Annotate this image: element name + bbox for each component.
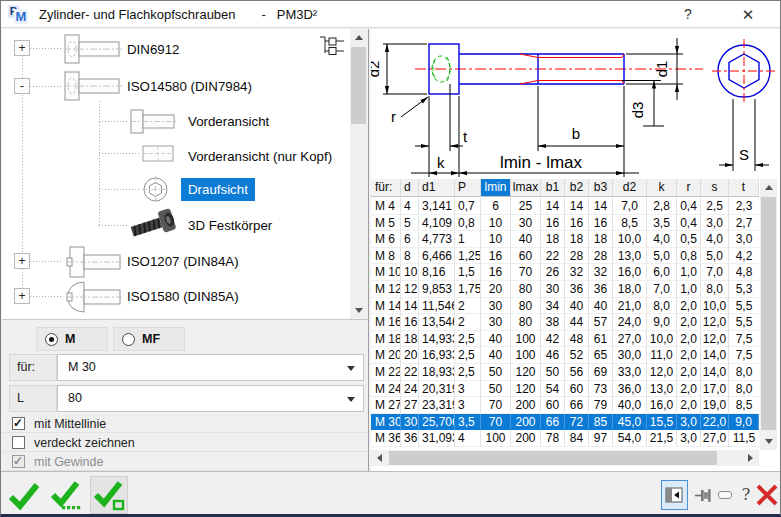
svg-text:S: S <box>739 146 749 163</box>
table-row[interactable]: M 554,1090,810301616168,53,50,43,02,7 <box>371 215 759 232</box>
table-row[interactable]: M 222218,9332,55012050566933,012,02,014,… <box>371 364 759 381</box>
column-header[interactable]: für: <box>371 179 401 196</box>
window-title: Zylinder- und Flachkopfschrauben <box>39 7 236 22</box>
table-vertical-scrollbar[interactable] <box>760 179 777 450</box>
tree-item-vorderansicht-kopf[interactable]: Vorderansicht (nur Kopf) <box>188 149 332 164</box>
table-row[interactable]: M 272723,31937020060667940,016,02,019,08… <box>371 397 759 414</box>
pin-icon <box>694 487 714 504</box>
collapse-icon <box>718 491 732 499</box>
window-title-product: - PM3D² <box>262 7 318 22</box>
checkbox-icon <box>12 455 25 468</box>
socket-screw-icon <box>64 33 122 65</box>
tree-scrollbar[interactable] <box>350 29 367 319</box>
table-row[interactable]: M 10108,161,5167026323216,06,01,07,04,8 <box>371 264 759 281</box>
cancel-button[interactable] <box>753 481 781 509</box>
check-square-icon <box>92 478 126 512</box>
tree-item-iso14580[interactable]: ISO14580 (DIN7984) <box>127 79 252 94</box>
table-horizontal-scrollbar[interactable] <box>371 450 759 466</box>
collapse-button[interactable] <box>717 489 733 501</box>
table-vscrollbar-thumb[interactable] <box>761 197 776 430</box>
table-row[interactable]: M 202016,9332,54010046526530,011,02,014,… <box>371 347 759 364</box>
right-panel: d2 r t b k lmin - lmax d1 <box>371 29 780 471</box>
radio-metric-fine-circle[interactable] <box>122 333 135 346</box>
expand-box[interactable]: + <box>14 253 30 269</box>
table-row[interactable]: M 181814,9332,54010042486127,010,02,012,… <box>371 331 759 348</box>
panel-toggle-button[interactable] <box>661 480 688 510</box>
column-header[interactable]: d2 <box>613 179 647 196</box>
expand-box[interactable]: + <box>14 288 30 304</box>
table-hscrollbar-thumb[interactable] <box>389 451 717 465</box>
column-header[interactable]: d <box>401 179 419 196</box>
column-header[interactable]: t <box>729 179 759 196</box>
tree-item-vorderansicht[interactable]: Vorderansicht <box>188 114 269 129</box>
table-body: M 443,1410,76251414147,02,80,42,52,3M 55… <box>371 198 759 448</box>
screw-head-only-icon <box>142 145 174 162</box>
scroll-left-icon[interactable] <box>371 450 388 466</box>
table-row[interactable]: M 303025,7063,57020066728545,015,53,022,… <box>371 414 759 431</box>
app-logo-icon: PM <box>8 5 30 24</box>
scroll-up-icon[interactable] <box>350 29 367 46</box>
column-header[interactable]: b2 <box>565 179 589 196</box>
svg-text:lmin - lmax: lmin - lmax <box>500 153 583 172</box>
column-header[interactable]: b1 <box>541 179 565 196</box>
table-row[interactable]: M 886,4661,25166022282813,05,00,85,04,2 <box>371 248 759 265</box>
help-titlebar-button[interactable]: ? <box>674 4 702 25</box>
collapse-box[interactable]: - <box>14 78 30 94</box>
tree-structure-icon[interactable] <box>319 33 345 59</box>
technical-drawing: d2 r t b k lmin - lmax d1 <box>371 29 779 178</box>
column-header[interactable]: r <box>677 179 701 196</box>
parameter-form: M MF für: M 30 L 80 mit Mittellinie <box>2 319 368 471</box>
tree-item-din6912[interactable]: DIN6912 <box>127 42 179 57</box>
scroll-down-icon[interactable] <box>760 433 777 450</box>
table-row[interactable]: M 242420,31935012054607336,013,02,017,08… <box>371 381 759 398</box>
column-header[interactable]: k <box>647 179 677 196</box>
checkbox-gewinde: mit Gewinde <box>2 453 368 471</box>
screw-3d-icon <box>128 208 184 240</box>
checkbox-verdeckt[interactable]: verdeckt zeichnen <box>2 434 368 452</box>
pin-button[interactable] <box>693 485 715 505</box>
tree-scrollbar-thumb[interactable] <box>351 47 366 124</box>
checkbox-mittellinie[interactable]: mit Mittellinie <box>2 415 368 433</box>
chevron-down-icon[interactable] <box>347 366 355 371</box>
table-row[interactable]: M 141411,5462308034404021,08,02,010,05,5 <box>371 298 759 315</box>
tree-item-iso1580[interactable]: ISO1580 (DIN85A) <box>127 289 239 304</box>
table-row[interactable]: M 443,1410,76251414147,02,80,42,52,3 <box>371 198 759 215</box>
table-row[interactable]: M 664,7731104018181810,04,00,54,03,0 <box>371 231 759 248</box>
column-header[interactable]: b3 <box>589 179 613 196</box>
column-header[interactable]: lmax <box>511 179 541 196</box>
size-combobox[interactable]: M 30 <box>57 354 364 381</box>
confirm-options-button[interactable] <box>47 476 85 514</box>
screw-top-view-icon <box>142 176 169 203</box>
table-header: für:dd1Plminlmaxb1b2b3d2krst <box>371 179 759 197</box>
table-row[interactable]: M 363631,093410020078849754,021,53,027,0… <box>371 430 759 447</box>
left-panel: + - + + <box>2 29 368 471</box>
column-header[interactable]: d1 <box>419 179 455 196</box>
column-header[interactable]: P <box>455 179 481 196</box>
tree-item-iso1207[interactable]: ISO1207 (DIN84A) <box>127 254 239 269</box>
confirm-button[interactable] <box>5 476 43 514</box>
radio-metric-circle[interactable] <box>45 333 58 346</box>
close-titlebar-button[interactable]: ✕ <box>734 4 762 25</box>
tree-item-draufsicht[interactable]: Draufsicht <box>181 178 255 201</box>
expand-box[interactable]: + <box>14 40 30 56</box>
radio-metric[interactable]: M <box>36 327 108 351</box>
svg-text:b: b <box>572 125 580 142</box>
table-row[interactable]: M 161613,5462308038445724,09,02,012,05,5 <box>371 314 759 331</box>
column-header[interactable]: lmin <box>481 179 511 196</box>
svg-text:d3: d3 <box>629 102 646 119</box>
column-header[interactable]: s <box>701 179 729 196</box>
checkbox-icon[interactable] <box>12 417 25 430</box>
confirm-place-button[interactable] <box>90 476 128 514</box>
scroll-right-icon[interactable] <box>742 450 759 466</box>
panel-divider <box>368 29 370 471</box>
chevron-down-icon[interactable] <box>347 397 355 402</box>
table-row[interactable]: M 12129,8531,75208030363618,07,01,08,05,… <box>371 281 759 298</box>
scroll-up-icon[interactable] <box>760 179 777 196</box>
checkbox-icon[interactable] <box>12 436 25 449</box>
svg-text:d2: d2 <box>371 61 382 78</box>
radio-metric-fine[interactable]: MF <box>113 327 185 351</box>
slotted-screw-icon <box>66 245 122 279</box>
scroll-down-icon[interactable] <box>350 302 367 319</box>
tree-item-3d-festkoerper[interactable]: 3D Festkörper <box>188 218 272 233</box>
length-combobox[interactable]: 80 <box>57 385 364 412</box>
